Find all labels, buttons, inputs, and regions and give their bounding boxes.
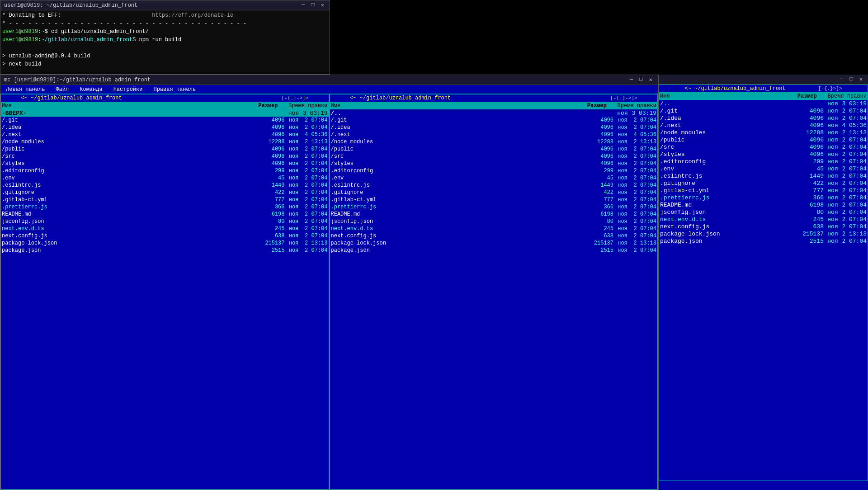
extra-col-size: Размер	[783, 93, 817, 99]
list-item[interactable]: /node_modules12288ноя2 13:13	[330, 138, 658, 146]
mc-window-controls[interactable]: ─ □ ✕	[628, 76, 654, 83]
list-item[interactable]: /src4096ноя2 07:04	[330, 153, 658, 160]
extra-col-name: Имя	[660, 93, 783, 99]
list-item[interactable]: /node_modules12288ноя2 13:13	[659, 129, 868, 136]
terminal-window: user1@d9819: ~/gitlab/uznalub_admin_fron…	[0, 0, 330, 75]
menu-item-settings[interactable]: Настройки	[108, 86, 148, 93]
left-panel-top-indicator[interactable]: -ВВEPX- ноя 3 03:19	[1, 109, 329, 117]
list-item[interactable]: /.next4096ноя4 05:36	[659, 122, 868, 129]
list-item[interactable]: next.env.d.ts245ноя2 07:04	[1, 225, 329, 232]
list-item[interactable]: /src4096ноя2 07:04	[659, 143, 868, 151]
left-panel: <~ ~/gitlab/uznalub_admin_front [-{.}->]…	[0, 94, 329, 490]
list-item[interactable]: .env45ноя2 07:04	[330, 174, 658, 182]
terminal-line-5	[2, 44, 328, 52]
list-item[interactable]: next.config.js638ноя2 07:04	[330, 232, 658, 240]
extra-panel-header: <~ ~/gitlab/uznalub_admin_front	[684, 85, 785, 92]
terminal-line-4: user1@d9819:~/gitlab/uznalub_admin_front…	[2, 36, 328, 44]
list-item[interactable]: /node_modules12288ноя2 13:13	[1, 138, 329, 146]
menu-item-command[interactable]: Команда	[74, 86, 108, 93]
list-item[interactable]: /public4096ноя2 07:04	[330, 146, 658, 153]
list-item[interactable]: /.idea4096ноя2 07:04	[330, 124, 658, 131]
list-item[interactable]: .gitlab-ci.yml777ноя2 07:04	[330, 196, 658, 203]
list-item[interactable]: .gitlab-ci.yml777ноя2 07:04	[1, 196, 329, 203]
restore-button[interactable]: □	[310, 2, 316, 9]
list-item[interactable]: package.json2515ноя2 07:04	[659, 237, 868, 245]
list-item[interactable]: next.env.d.ts245ноя2 07:04	[330, 225, 658, 232]
right-col-header-size: Размер	[573, 103, 607, 109]
menu-item-right-panel[interactable]: Правая панель	[148, 86, 201, 93]
mc-restore-button[interactable]: □	[638, 76, 645, 83]
extra-close[interactable]: ✕	[858, 76, 864, 83]
list-item[interactable]: .editorconfig299ноя2 07:04	[659, 158, 868, 165]
list-item[interactable]: /src4096ноя2 07:04	[1, 153, 329, 160]
list-item[interactable]: package-lock.json215137ноя2 13:13	[659, 230, 868, 237]
mc-titlebar: mc [user1@d9819]:~/gitlab/uznalub_admin_…	[0, 75, 658, 85]
left-panel-content: /.git4096ноя2 07:04/.idea4096ноя2 07:04/…	[1, 117, 329, 489]
list-item[interactable]: .eslintrc.js1449ноя2 07:04	[659, 172, 868, 179]
list-item[interactable]: next.config.js638ноя2 07:04	[659, 223, 868, 230]
extra-restore[interactable]: □	[848, 76, 855, 83]
list-item[interactable]: /..ноя3 03:19	[659, 100, 868, 107]
list-item[interactable]: package-lock.json215137ноя2 13:13	[1, 240, 329, 247]
mc-title: mc [user1@d9819]:~/gitlab/uznalub_admin_…	[4, 77, 151, 83]
list-item[interactable]: .gitignore422ноя2 07:04	[1, 189, 329, 196]
minimize-button[interactable]: ─	[300, 2, 307, 9]
list-item[interactable]: jsconfig.json80ноя2 07:04	[330, 218, 658, 225]
extra-col-date: Время правки	[817, 93, 867, 99]
list-item[interactable]: .eslintrc.js1449ноя2 07:04	[1, 182, 329, 189]
list-item[interactable]: /public4096ноя2 07:04	[1, 146, 329, 153]
mc-menubar: Левая панель Файл Команда Настройки Прав…	[0, 85, 658, 94]
menu-item-left-panel[interactable]: Левая панель	[0, 86, 50, 93]
list-item[interactable]: /.git4096ноя2 07:04	[330, 117, 658, 124]
list-item[interactable]: /.idea4096ноя2 07:04	[659, 114, 868, 122]
list-item[interactable]: package.json2515ноя2 07:04	[330, 247, 658, 254]
col-header-date: Время правки	[278, 103, 328, 109]
list-item[interactable]: /.next4096ноя4 05:36	[330, 131, 658, 138]
list-item[interactable]: .gitlab-ci.yml777ноя2 07:04	[659, 187, 868, 194]
list-item[interactable]: package-lock.json215137ноя2 13:13	[330, 240, 658, 247]
list-item[interactable]: .gitignore422ноя2 07:04	[330, 189, 658, 196]
list-item[interactable]: jsconfig.json80ноя2 07:04	[1, 218, 329, 225]
list-item[interactable]: .gitignore422ноя2 07:04	[659, 179, 868, 187]
list-item[interactable]: next.env.d.ts245ноя2 07:04	[659, 216, 868, 223]
close-button[interactable]: ✕	[319, 2, 326, 9]
extra-minimize[interactable]: ─	[838, 76, 845, 83]
terminal-window-controls[interactable]: ─ □ ✕	[300, 2, 326, 9]
list-item[interactable]: README.md6198ноя2 07:04	[1, 211, 329, 218]
terminal-titlebar: user1@d9819: ~/gitlab/uznalub_admin_fron…	[0, 0, 330, 10]
col-header-size: Размер	[244, 103, 278, 109]
list-item[interactable]: .prettierrc.js366ноя2 07:04	[659, 194, 868, 201]
list-item[interactable]: .prettierrc.js366ноя2 07:04	[1, 203, 329, 211]
menu-item-file[interactable]: Файл	[50, 86, 74, 93]
list-item[interactable]: .editorconfig299ноя2 07:04	[330, 167, 658, 174]
list-item[interactable]: README.md6198ноя2 07:04	[330, 211, 658, 218]
right-panel-cols: Имя Размер Время правки	[330, 102, 658, 109]
list-item[interactable]: README.md6198ноя2 07:04	[659, 201, 868, 208]
list-item[interactable]: .env45ноя2 07:04	[659, 165, 868, 172]
list-item[interactable]: /.git4096ноя2 07:04	[659, 107, 868, 114]
list-item[interactable]: /.git4096ноя2 07:04	[1, 117, 329, 124]
left-panel-header: <~ ~/gitlab/uznalub_admin_front [-{.}->]…	[1, 94, 329, 102]
list-item[interactable]: /.idea4096ноя2 07:04	[1, 124, 329, 131]
list-item[interactable]: /public4096ноя2 07:04	[659, 136, 868, 143]
list-item[interactable]: /styles4096ноя2 07:04	[330, 160, 658, 167]
terminal-line-7: > next build	[2, 60, 328, 68]
right-panel-content: /.git4096ноя2 07:04/.idea4096ноя2 07:04/…	[330, 117, 658, 489]
list-item[interactable]: /.next4096ноя4 05:36	[1, 131, 329, 138]
list-item[interactable]: /styles4096ноя2 07:04	[1, 160, 329, 167]
mc-minimize-button[interactable]: ─	[628, 76, 635, 83]
list-item[interactable]: .env45ноя2 07:04	[1, 174, 329, 182]
col-header-name: Имя	[2, 103, 244, 109]
list-item[interactable]: /styles4096ноя2 07:04	[659, 151, 868, 158]
list-item[interactable]: next.config.js638ноя2 07:04	[1, 232, 329, 240]
list-item[interactable]: package.json2515ноя2 07:04	[1, 247, 329, 254]
list-item[interactable]: .editorconfig299ноя2 07:04	[1, 167, 329, 174]
right-col-header-name: Имя	[331, 103, 573, 109]
extra-panel-files: /..ноя3 03:19/.git4096ноя2 07:04/.idea40…	[659, 100, 868, 245]
mc-window: mc [user1@d9819]:~/gitlab/uznalub_admin_…	[0, 75, 658, 490]
mc-close-button[interactable]: ✕	[647, 76, 654, 83]
list-item[interactable]: .prettierrc.js366ноя2 07:04	[330, 203, 658, 211]
right-panel-top-indicator[interactable]: /.. ноя 3 03:19	[330, 109, 658, 117]
list-item[interactable]: jsconfig.json80ноя2 07:04	[659, 208, 868, 216]
list-item[interactable]: .eslintrc.js1449ноя2 07:04	[330, 182, 658, 189]
